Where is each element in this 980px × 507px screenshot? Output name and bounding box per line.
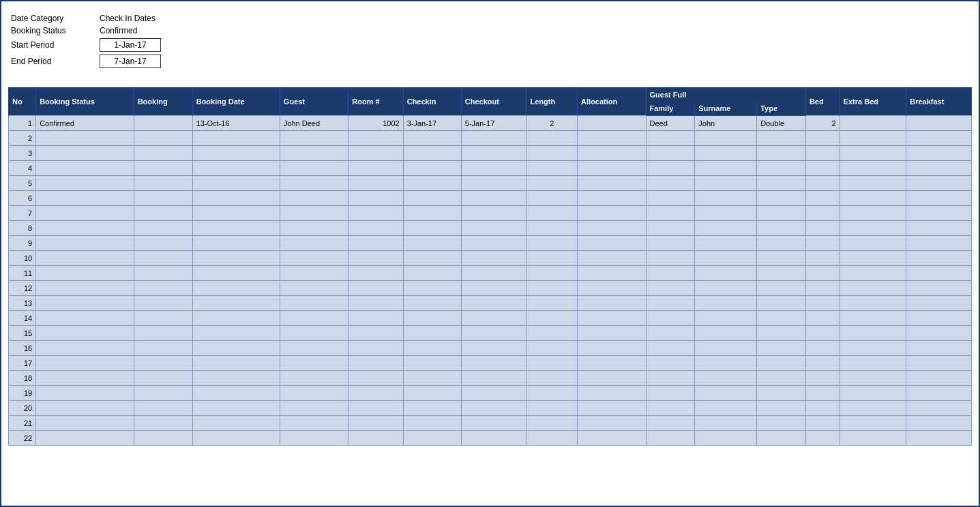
start-period-row: Start Period	[11, 38, 969, 52]
table-row: 2	[9, 131, 972, 146]
table-row: 5	[9, 176, 972, 191]
table-header-row-1: No Booking Status Booking Booking Date G…	[9, 88, 972, 102]
end-period-label: End Period	[11, 57, 100, 66]
col-room-no: Room #	[348, 88, 403, 116]
table-row: 18	[9, 371, 972, 386]
table-row: 13	[9, 296, 972, 311]
table-row: 8	[9, 221, 972, 236]
table-body: 1Confirmed13-Oct-16John Deed10023-Jan-17…	[9, 116, 972, 446]
start-period-input[interactable]	[100, 38, 161, 52]
table-row: 12	[9, 281, 972, 296]
table-row: 14	[9, 311, 972, 326]
date-category-value: Check In Dates	[100, 14, 155, 23]
date-category-row: Date Category Check In Dates	[11, 14, 969, 23]
table-row: 7	[9, 206, 972, 221]
col-breakfast: Breakfast	[906, 88, 972, 116]
table-row: 19	[9, 386, 972, 401]
table-row: 21	[9, 416, 972, 431]
col-type: Type	[757, 102, 806, 116]
booking-table: No Booking Status Booking Booking Date G…	[8, 87, 972, 446]
col-booking: Booking	[134, 88, 192, 116]
table-row: 15	[9, 326, 972, 341]
end-period-row: End Period	[11, 55, 969, 68]
booking-status-row: Booking Status Confirmed	[11, 26, 969, 35]
table-row: 1Confirmed13-Oct-16John Deed10023-Jan-17…	[9, 116, 972, 131]
table-row: 11	[9, 266, 972, 281]
col-checkin: Checkin	[403, 88, 461, 116]
col-guest-full: Guest Full	[646, 88, 805, 102]
col-bed: Bed	[805, 88, 840, 116]
col-family: Family	[646, 102, 695, 116]
table-row: 3	[9, 146, 972, 161]
table-row: 16	[9, 341, 972, 356]
table-row: 9	[9, 236, 972, 251]
col-allocation: Allocation	[578, 88, 646, 116]
filter-section: Date Category Check In Dates Booking Sta…	[8, 8, 972, 76]
col-extra-bed: Extra Bed	[840, 88, 906, 116]
col-booking-status: Booking Status	[36, 88, 134, 116]
booking-status-label: Booking Status	[11, 26, 100, 35]
col-length: Length	[526, 88, 578, 116]
col-no: No	[9, 88, 36, 116]
col-checkout: Checkout	[461, 88, 526, 116]
date-category-label: Date Category	[11, 14, 100, 23]
start-period-label: Start Period	[11, 40, 100, 50]
col-surname: Surname	[695, 102, 757, 116]
table-row: 4	[9, 161, 972, 176]
col-booking-date: Booking Date	[192, 88, 280, 116]
table-row: 22	[9, 431, 972, 446]
table-row: 10	[9, 251, 972, 266]
col-guest: Guest	[280, 88, 348, 116]
table-row: 20	[9, 401, 972, 416]
table-row: 6	[9, 191, 972, 206]
table-row: 17	[9, 356, 972, 371]
end-period-input[interactable]	[100, 55, 161, 68]
booking-status-value: Confirmed	[100, 26, 137, 35]
